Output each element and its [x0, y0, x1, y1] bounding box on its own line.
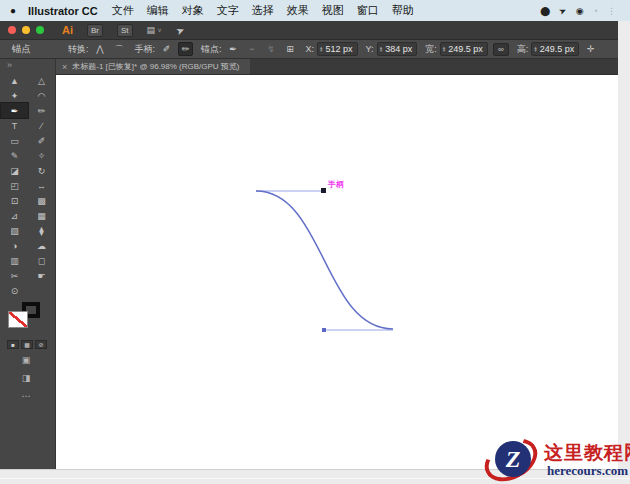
slice-tool[interactable]: ✂: [1, 268, 28, 283]
column-graph-tool[interactable]: ▥: [1, 253, 28, 268]
eraser-tool[interactable]: ◪: [1, 163, 28, 178]
menu-item-window[interactable]: 窗口: [357, 3, 379, 18]
menu-item-effect[interactable]: 效果: [287, 3, 309, 18]
menu-item-file[interactable]: 文件: [112, 3, 134, 18]
eyedropper-tool[interactable]: ⧫: [28, 223, 55, 238]
gradient-tool[interactable]: ▧: [1, 223, 28, 238]
zoom-tool[interactable]: ⊙: [1, 283, 28, 298]
height-field[interactable]: ▴▾ 249.5 px: [531, 42, 579, 56]
symbol-sprayer-tool[interactable]: ☁: [28, 238, 55, 253]
y-field[interactable]: ▴▾ 384 px: [377, 42, 418, 56]
transform-icon[interactable]: ✛: [583, 42, 598, 56]
canvas-area: × 未标题-1 [已恢复]* @ 96.98% (RGB/GPU 预览) 手柄: [56, 59, 618, 469]
convert-to-smooth-button[interactable]: ⌒: [112, 42, 127, 56]
screen-mode-button[interactable]: ◨: [22, 373, 31, 383]
width-tool[interactable]: ↔: [28, 178, 55, 193]
shaper-tool[interactable]: ✧: [28, 148, 55, 163]
chevron-down-icon: ˅: [158, 27, 162, 34]
perspective-grid-tool[interactable]: ⊿: [1, 208, 28, 223]
canvas[interactable]: 手柄: [56, 75, 618, 469]
tab-close-icon[interactable]: ×: [62, 62, 67, 72]
watermark-letter: Z: [506, 446, 521, 473]
toolbar: » ▲△✦◠✒✏T∕▭✐✎✧◪↻◰↔⊡▩⊿▦▧⧫◑☁▥◻✂☛⊙ ■▩⊘ ▣◨⋯: [0, 59, 56, 469]
smart-guide-label: 手柄: [328, 179, 344, 190]
magic-wand-tool[interactable]: ✦: [1, 88, 28, 103]
hand-tool[interactable]: ☛: [28, 268, 55, 283]
mesh-tool[interactable]: ▦: [28, 208, 55, 223]
height-value: 249.5 px: [540, 44, 575, 54]
shape-builder-tool[interactable]: ▩: [28, 193, 55, 208]
menu-status-icons: ⬤➤◉◔⋮: [540, 0, 616, 21]
illustrator-window: Ai Br St ▤ ˅ ➤ 锚点 转换: ⋀ ⌒ 手柄: ✐ ✏ 锚点: ✒ …: [0, 21, 618, 470]
width-label: 宽:: [425, 43, 437, 56]
bird-icon[interactable]: ⬤: [540, 6, 550, 16]
send-icon[interactable]: ➤: [557, 4, 568, 16]
stepper-icon[interactable]: ▴▾: [380, 46, 383, 53]
y-label: Y:: [366, 44, 374, 54]
menu-item-select[interactable]: 选择: [252, 3, 274, 18]
show-handles-button[interactable]: ✐: [159, 42, 174, 56]
curve-path[interactable]: [256, 191, 393, 329]
cut-path-button[interactable]: ↯: [264, 42, 279, 56]
menu-item-edit[interactable]: 编辑: [147, 3, 169, 18]
line-tool[interactable]: ∕: [28, 118, 55, 133]
menu-item-type[interactable]: 文字: [217, 3, 239, 18]
remove-anchor-button[interactable]: ✒: [226, 42, 241, 56]
stepper-icon[interactable]: ▴▾: [320, 46, 323, 53]
workspace-switcher[interactable]: ▤ ˅: [147, 25, 162, 35]
direct-selection-tool[interactable]: △: [28, 73, 55, 88]
share-icon[interactable]: ➤: [174, 23, 186, 36]
zoom-window-button[interactable]: [36, 26, 44, 34]
stepper-icon[interactable]: ▴▾: [443, 46, 446, 53]
menu-bar: ● Illustrator CC 文件编辑对象文字选择效果视图窗口帮助 ⬤➤◉◔…: [0, 0, 630, 21]
minimize-window-button[interactable]: [22, 26, 30, 34]
isolate-measure-button[interactable]: ⊞: [283, 42, 298, 56]
blend-tool[interactable]: ◑: [1, 238, 28, 253]
connect-anchor-button[interactable]: ⌁: [245, 42, 260, 56]
at-circle-icon[interactable]: ◉: [576, 6, 584, 16]
free-transform-tool[interactable]: ⊡: [1, 193, 28, 208]
x-field[interactable]: ▴▾ 512 px: [317, 42, 358, 56]
artboard-tool[interactable]: ◻: [28, 253, 55, 268]
apple-icon[interactable]: ●: [10, 5, 16, 16]
pencil-tool[interactable]: ✎: [1, 148, 28, 163]
curvature-tool[interactable]: ✏: [28, 103, 55, 118]
color-button[interactable]: ■: [7, 340, 19, 349]
type-tool[interactable]: T: [1, 118, 28, 133]
menu-app-name[interactable]: Illustrator CC: [28, 5, 98, 17]
menu-item-view[interactable]: 视图: [322, 3, 344, 18]
handle-endpoint[interactable]: [321, 188, 326, 193]
document-tab[interactable]: × 未标题-1 [已恢复]* @ 96.98% (RGB/GPU 预览): [56, 59, 250, 74]
bridge-button[interactable]: Br: [87, 24, 103, 37]
menu-item-object[interactable]: 对象: [182, 3, 204, 18]
stepper-icon[interactable]: ▴▾: [534, 46, 537, 53]
convert-label: 转换:: [68, 43, 89, 56]
close-window-button[interactable]: [8, 26, 16, 34]
convert-to-corner-button[interactable]: ⋀: [93, 42, 108, 56]
rectangle-tool[interactable]: ▭: [1, 133, 28, 148]
hide-handles-button[interactable]: ✏: [178, 42, 193, 56]
scale-tool[interactable]: ◰: [1, 178, 28, 193]
handles-label: 手柄:: [135, 43, 156, 56]
fill-none-swatch[interactable]: [8, 311, 28, 328]
bezier-curve: [56, 75, 618, 469]
toolbar-collapse-button[interactable]: »: [0, 59, 55, 73]
lasso-tool[interactable]: ◠: [28, 88, 55, 103]
gradient-button[interactable]: ▩: [21, 340, 33, 349]
draw-mode-button[interactable]: ▣: [22, 355, 31, 365]
stock-button[interactable]: St: [117, 24, 133, 37]
menu-item-help[interactable]: 帮助: [392, 3, 414, 18]
spotlight-icon[interactable]: ⋮: [607, 6, 616, 16]
selection-tool[interactable]: ▲: [1, 73, 28, 88]
context-label: 锚点: [12, 43, 60, 56]
link-dimensions-icon[interactable]: ∞: [493, 43, 509, 56]
width-field[interactable]: ▴▾ 249.5 px: [440, 42, 488, 56]
edit-toolbar-button[interactable]: ⋯: [22, 391, 31, 401]
clock-icon[interactable]: ◔: [593, 6, 598, 16]
paintbrush-tool[interactable]: ✐: [28, 133, 55, 148]
pen-tool[interactable]: ✒: [1, 103, 28, 118]
none-button[interactable]: ⊘: [35, 340, 47, 349]
rotate-tool[interactable]: ↻: [28, 163, 55, 178]
bottom-handle-point[interactable]: [322, 328, 326, 332]
ai-logo: Ai: [62, 24, 73, 36]
